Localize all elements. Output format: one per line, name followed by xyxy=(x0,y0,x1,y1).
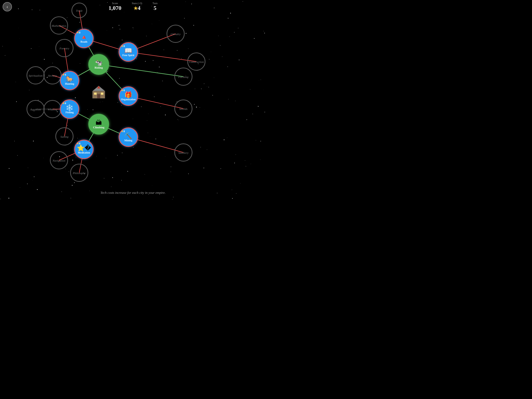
hint-text: Tech costs increase for each city in you… xyxy=(0,191,266,195)
node-label-aquatism: Aquatism xyxy=(30,108,41,111)
node-label-chivalry: Chivalry xyxy=(171,32,181,36)
tech-tree: TradeMathematicsForestryArcherySpiritual… xyxy=(0,0,266,200)
node-farming[interactable]: Farming xyxy=(174,68,192,86)
node-climbing[interactable]: 🏔Climbing xyxy=(88,114,109,135)
node-emoji-meditation: ⭐� xyxy=(77,145,91,151)
score-value: 1,070 xyxy=(109,5,122,11)
node-emoji-hunting: 🐎 xyxy=(66,76,74,82)
stars-block: Stars (+3) ★4 xyxy=(132,2,142,11)
back-button[interactable]: ‹ xyxy=(3,2,12,11)
node-navigation[interactable]: Navigation xyxy=(50,151,68,169)
svg-rect-27 xyxy=(101,93,103,95)
node-label-mathematics: Mathematics xyxy=(52,24,66,27)
node-emoji-climbing: 🏔 xyxy=(96,119,102,126)
node-organization[interactable]: ★6🎁Organization xyxy=(119,87,138,106)
node-label-forestry: Forestry xyxy=(59,47,69,50)
node-label-spiritualism: Spiritualism xyxy=(29,74,43,77)
node-label-smithery: Smithery xyxy=(178,151,188,154)
node-smithery[interactable]: Smithery xyxy=(174,143,192,162)
node-label-climbing: Climbing xyxy=(93,126,104,129)
node-label-roads: Roads xyxy=(81,40,88,43)
node-label-organization: Organization xyxy=(121,98,136,101)
back-icon: ‹ xyxy=(6,4,8,10)
node-emoji-mining: ⛏️ xyxy=(124,133,132,139)
node-shields[interactable]: Shields xyxy=(174,99,192,118)
stars-label: Stars (+3) xyxy=(132,2,142,5)
node-label-farming: Farming xyxy=(178,75,189,78)
city-icon[interactable] xyxy=(92,85,105,102)
node-label-construction: Construction xyxy=(189,60,204,63)
node-label-navigation: Navigation xyxy=(53,159,65,162)
node-label-sailing: Sailing xyxy=(60,135,68,138)
node-emoji-riding: 🐄 xyxy=(95,60,103,66)
node-label-meditation: Meditation xyxy=(78,151,90,154)
top-bar: ‹ Score 1,070 Stars (+3) ★4 Turn 5 xyxy=(0,0,266,13)
node-label-archery: Archery xyxy=(48,74,57,77)
node-philosophy[interactable]: Philosophy xyxy=(70,164,88,182)
node-construction[interactable]: Construction xyxy=(187,52,205,71)
node-riding[interactable]: 🐄Riding xyxy=(88,54,109,75)
node-label-free_spirit: Free Spirit xyxy=(122,54,134,57)
svg-rect-26 xyxy=(94,93,97,95)
node-forestry[interactable]: Forestry xyxy=(55,39,74,57)
node-label-philosophy: Philosophy xyxy=(73,171,86,175)
node-sailing[interactable]: Sailing xyxy=(55,127,74,145)
node-emoji-fishing: ❄️ xyxy=(66,105,74,111)
node-label-mining: Mining xyxy=(124,139,132,142)
score-label: Score xyxy=(112,2,118,5)
node-label-fishing: Fishing xyxy=(65,111,74,114)
node-aquatism[interactable]: Aquatism xyxy=(26,100,45,118)
node-free_spirit[interactable]: ★8📖Free Spirit xyxy=(119,42,138,62)
node-fishing[interactable]: ★6❄️Fishing xyxy=(60,99,79,119)
node-roads[interactable]: ★8🔺Roads xyxy=(74,29,94,48)
stars-value: ★4 xyxy=(134,5,141,11)
node-meditation[interactable]: ★8⭐�Meditation xyxy=(74,140,94,159)
node-mathematics[interactable]: Mathematics xyxy=(50,16,68,35)
turn-value: 5 xyxy=(154,5,156,11)
node-chivalry[interactable]: Chivalry xyxy=(167,25,185,43)
node-emoji-roads: 🔺 xyxy=(80,34,88,40)
node-spiritualism[interactable]: Spiritualism xyxy=(26,66,45,84)
turn-block: Turn 5 xyxy=(152,2,157,11)
node-label-whaling: Whaling xyxy=(48,108,57,111)
turn-label: Turn xyxy=(152,2,157,5)
node-emoji-free_spirit: 📖 xyxy=(124,48,132,54)
node-mining[interactable]: ★8⛏️Mining xyxy=(119,128,138,147)
svg-rect-25 xyxy=(97,94,100,98)
score-block: Score 1,070 xyxy=(109,2,122,11)
node-label-shields: Shields xyxy=(179,107,188,110)
node-whaling[interactable]: Whaling xyxy=(43,100,62,118)
star-icon: ★ xyxy=(134,6,138,11)
node-hunting[interactable]: ★6🐎Hunting xyxy=(60,71,79,90)
node-archery[interactable]: Archery xyxy=(43,66,62,84)
node-label-hunting: Hunting xyxy=(65,82,74,85)
node-emoji-organization: 🎁 xyxy=(124,92,132,98)
node-label-riding: Riding xyxy=(95,66,103,69)
